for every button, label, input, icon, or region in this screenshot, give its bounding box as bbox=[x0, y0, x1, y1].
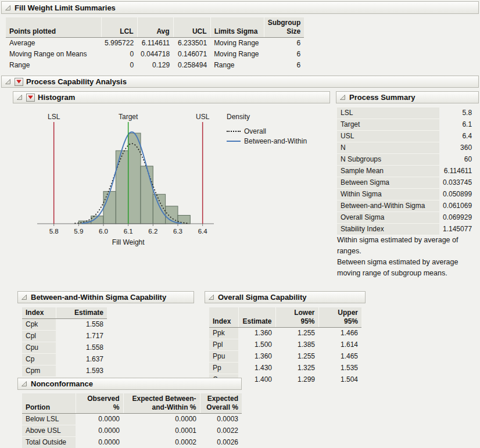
row-label: Moving Range on Means bbox=[6, 49, 101, 60]
overall-capability-header[interactable]: Overall Sigma Capability bbox=[205, 291, 366, 303]
row-label: Between-and-Within Sigma bbox=[337, 200, 439, 212]
svg-text:6.4: 6.4 bbox=[198, 228, 208, 235]
table-row: Between Sigma0.033745 bbox=[337, 177, 475, 189]
cell-value: 1.504 bbox=[318, 374, 361, 386]
disclosure-triangle-icon[interactable] bbox=[20, 293, 28, 301]
col-header: Expected Overall % bbox=[200, 393, 242, 414]
cell-value: Moving Range bbox=[210, 49, 264, 60]
col-header: Upper 95% bbox=[318, 307, 361, 328]
nonconformance-header[interactable]: Nonconformance bbox=[17, 378, 242, 390]
cell-value: 1.500 bbox=[238, 339, 275, 351]
table-row: Stability Index1.145077 bbox=[337, 224, 475, 235]
section-title: Between-and-Within Sigma Capability bbox=[31, 293, 166, 302]
table-row: LSL5.8 bbox=[337, 107, 475, 119]
cell-value: 6.114611 bbox=[439, 166, 475, 177]
col-header: Observed % bbox=[76, 393, 123, 414]
row-label: LSL bbox=[337, 107, 439, 119]
svg-text:Fill Weight: Fill Weight bbox=[112, 238, 145, 246]
cell-value: 1.593 bbox=[56, 365, 107, 377]
legend-label: Between-and-Within bbox=[244, 137, 307, 145]
cell-value: 0.129 bbox=[137, 60, 173, 71]
row-label: Cpm bbox=[22, 365, 56, 377]
disclosure-triangle-icon[interactable] bbox=[16, 94, 23, 101]
table-row: Ppk1.3601.2551.466 bbox=[209, 328, 361, 339]
histogram-header[interactable]: Histogram bbox=[13, 91, 330, 103]
cell-value: 0.0000 bbox=[76, 414, 123, 425]
jmp-report-window: Fill Weight Limit Summaries Points plott… bbox=[0, 0, 480, 448]
row-label: Average bbox=[6, 38, 101, 49]
disclosure-triangle-icon[interactable] bbox=[20, 380, 28, 388]
svg-text:6.1: 6.1 bbox=[124, 228, 133, 235]
process-summary-header[interactable]: Process Summary bbox=[336, 91, 479, 103]
limit-summaries-table: Points plotted LCL Avg UCL Limits Sigma … bbox=[6, 17, 304, 71]
table-row: Cpl1.717 bbox=[22, 331, 107, 342]
table-row: Pp1.4301.3251.535 bbox=[209, 363, 361, 374]
table-row: Cpm1.593 bbox=[22, 365, 107, 377]
table-row: Cpu1.558 bbox=[22, 342, 107, 354]
table-row: Total Outside0.00000.00020.0026 bbox=[22, 437, 242, 448]
bw-capability-header[interactable]: Between-and-Within Sigma Capability bbox=[17, 291, 194, 303]
row-label: Below LSL bbox=[22, 414, 76, 425]
cell-value: 1.558 bbox=[56, 342, 107, 354]
disclosure-triangle-icon[interactable] bbox=[339, 94, 346, 101]
cell-value: Range bbox=[210, 60, 264, 71]
col-header: Index bbox=[22, 307, 56, 319]
section-title: Process Summary bbox=[349, 93, 415, 102]
row-label: Cpu bbox=[22, 342, 56, 354]
disclosure-triangle-icon[interactable] bbox=[207, 293, 215, 301]
table-row: Moving Range on Means 0 0.044718 0.14607… bbox=[6, 49, 304, 60]
cell-value: 1.465 bbox=[318, 351, 361, 363]
red-triangle-menu-button[interactable] bbox=[15, 78, 23, 86]
process-summary-table: LSL5.8 Target6.1 USL6.4 N360 N Subgroups… bbox=[337, 107, 475, 235]
note-text: Within sigma estimated by average of ran… bbox=[337, 235, 477, 257]
table-row: Cp1.637 bbox=[22, 354, 107, 365]
col-header: Points plotted bbox=[6, 17, 101, 38]
process-capability-header[interactable]: Process Capability Analysis bbox=[1, 76, 479, 88]
svg-text:5.9: 5.9 bbox=[74, 228, 83, 235]
col-header: Lower 95% bbox=[275, 307, 318, 328]
cell-value: 5.8 bbox=[439, 107, 475, 119]
row-label: Sample Mean bbox=[337, 166, 439, 177]
cell-value: 0.0000 bbox=[76, 437, 123, 448]
overall-curve-swatch-icon bbox=[227, 131, 241, 132]
nonconformance-table: Portion Observed % Expected Between- and… bbox=[22, 393, 242, 448]
row-label: Ppl bbox=[209, 339, 238, 351]
col-header: Avg bbox=[137, 17, 173, 38]
table-row: Between-and-Within Sigma0.061069 bbox=[337, 200, 475, 212]
process-summary-notes: Within sigma estimated by average of ran… bbox=[337, 235, 477, 279]
cell-value: 0.0022 bbox=[200, 425, 242, 437]
disclosure-triangle-icon[interactable] bbox=[4, 4, 12, 12]
histogram-plot: 5.85.96.06.16.26.36.4LSLTargetUSLFill We… bbox=[29, 113, 215, 249]
svg-text:Target: Target bbox=[119, 113, 138, 121]
svg-text:6.2: 6.2 bbox=[148, 228, 157, 235]
section-title: Process Capability Analysis bbox=[26, 77, 127, 86]
row-label: Cpl bbox=[22, 331, 56, 342]
limit-summaries-header[interactable]: Fill Weight Limit Summaries bbox=[1, 1, 479, 14]
row-label: USL bbox=[337, 131, 439, 142]
table-row: Ppu1.3601.2551.465 bbox=[209, 351, 361, 363]
bw-capability-table: Index Estimate Cpk1.558 Cpl1.717 Cpu1.55… bbox=[22, 307, 107, 377]
row-label: Range bbox=[6, 60, 101, 71]
cell-value: 1.360 bbox=[238, 351, 275, 363]
disclosure-triangle-icon[interactable] bbox=[4, 78, 12, 85]
col-header: Limits Sigma bbox=[210, 17, 264, 38]
row-label: Pp bbox=[209, 363, 238, 374]
cell-value: 1.400 bbox=[238, 374, 275, 386]
cell-value: 1.717 bbox=[56, 331, 107, 342]
cell-value: 0.0000 bbox=[123, 414, 200, 425]
cell-value: 1.466 bbox=[318, 328, 361, 339]
cell-value: 0 bbox=[101, 60, 137, 71]
table-row: N Subgroups60 bbox=[337, 154, 475, 166]
cell-value: 1.558 bbox=[56, 319, 107, 331]
cell-value: 360 bbox=[439, 142, 475, 154]
legend-item-between-and-within: Between-and-Within bbox=[227, 136, 307, 146]
overall-capability-table: Index Estimate Lower 95% Upper 95% Ppk1.… bbox=[209, 307, 361, 386]
table-row: Average 5.995722 6.114611 6.233501 Movin… bbox=[6, 38, 304, 49]
red-triangle-menu-button[interactable] bbox=[26, 94, 35, 102]
legend-item-overall: Overall bbox=[227, 126, 307, 136]
svg-text:LSL: LSL bbox=[48, 113, 60, 121]
col-header: Subgroup Size bbox=[264, 17, 304, 38]
cell-value: 6 bbox=[264, 38, 304, 49]
cell-value: 0.0002 bbox=[123, 437, 200, 448]
row-label: N bbox=[337, 142, 439, 154]
